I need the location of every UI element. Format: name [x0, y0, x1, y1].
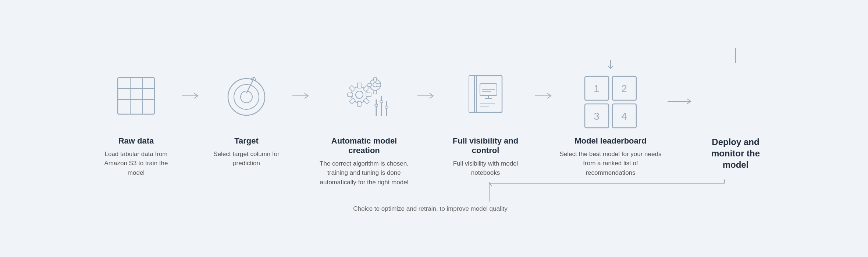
svg-text:1: 1: [594, 83, 600, 94]
svg-rect-15: [348, 93, 353, 97]
page-container: Raw data Load tabular data from Amazon S…: [0, 0, 868, 257]
step-raw-data: Raw data Load tabular data from Amazon S…: [96, 59, 177, 178]
feedback-loop-line: [489, 180, 728, 209]
leaderboard-title: Model leaderboard: [574, 136, 647, 146]
auto-model-icon-area: [337, 59, 392, 133]
svg-rect-20: [363, 98, 370, 104]
svg-rect-26: [377, 83, 381, 86]
arrow-2: [287, 59, 316, 133]
target-icon-area: [223, 59, 270, 133]
deploy-title: Deploy and monitor the model: [699, 136, 772, 171]
arrow-5: [666, 96, 695, 107]
raw-data-desc: Load tabular data from Amazon S3 to trai…: [96, 149, 177, 178]
svg-rect-30: [375, 104, 378, 106]
svg-rect-31: [380, 101, 383, 103]
step-target: Target Select target column for predicti…: [206, 59, 287, 168]
svg-point-12: [356, 91, 363, 98]
svg-rect-23: [374, 77, 377, 81]
svg-rect-13: [357, 83, 361, 88]
step-auto-model: Automatic model creation The correct alg…: [316, 59, 412, 187]
svg-rect-17: [349, 85, 356, 91]
target-title: Target: [234, 136, 259, 146]
leaderboard-desc: Select the best model for your needs fro…: [559, 149, 662, 178]
arrow-1: [177, 59, 206, 133]
feedback-arrow-down: [605, 60, 616, 71]
raw-data-icon-area: [112, 59, 160, 133]
return-line-down: [735, 48, 736, 63]
svg-rect-14: [357, 101, 361, 106]
svg-rect-32: [385, 106, 388, 108]
step-deploy: Deploy and monitor the model: [699, 63, 772, 174]
svg-text:4: 4: [621, 111, 627, 122]
visibility-icon: [463, 72, 508, 120]
svg-rect-35: [469, 76, 476, 112]
target-icon: [223, 72, 270, 120]
auto-model-title: Automatic model creation: [316, 136, 412, 155]
svg-point-7: [234, 84, 259, 109]
svg-rect-0: [118, 77, 154, 114]
svg-rect-16: [366, 93, 371, 97]
svg-text:2: 2: [621, 83, 627, 94]
leaderboard-icon: 1 2 3 4: [581, 73, 640, 131]
raw-data-title: Raw data: [118, 136, 154, 146]
svg-text:3: 3: [594, 111, 600, 122]
target-desc: Select target column for prediction: [206, 149, 287, 168]
auto-model-icon: [337, 72, 392, 120]
svg-rect-25: [368, 83, 371, 86]
visibility-desc: Full visibility with model notebooks: [441, 159, 530, 178]
visibility-title: Full visibility and control: [441, 136, 530, 155]
svg-rect-19: [349, 98, 356, 104]
step-leaderboard: 1 2 3 4 Model leaderboard Select the bes…: [559, 59, 662, 178]
svg-rect-24: [374, 90, 377, 94]
arrow-3: [412, 59, 441, 133]
arrow-4: [530, 59, 559, 133]
step-visibility: Full visibility and control Full visibil…: [441, 59, 530, 178]
leaderboard-icon-area: 1 2 3 4: [581, 59, 640, 133]
visibility-icon-area: [463, 59, 508, 133]
svg-point-22: [373, 83, 377, 87]
raw-data-icon: [112, 72, 160, 120]
